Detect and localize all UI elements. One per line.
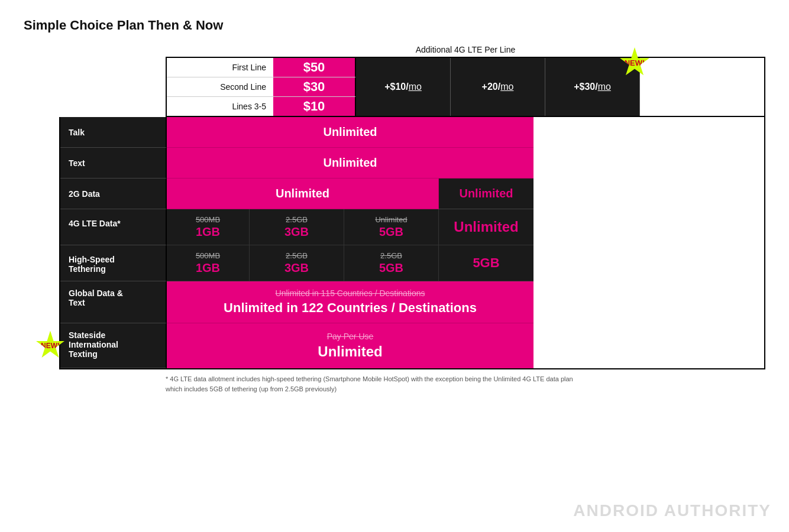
top-section: Additional 4G LTE Per Line First Line $5…	[166, 45, 765, 117]
page-title: Simple Choice Plan Then & Now	[24, 18, 765, 33]
4g-cell3: Unlimited 5GB	[344, 209, 439, 245]
4g-cell1: 500MB 1GB	[167, 209, 250, 245]
tether-cell3: 2.5GB 5GB	[344, 245, 439, 281]
lines35-label: Lines 3-5	[167, 97, 273, 116]
global-value: Unlimited in 115 Countries / Destination…	[167, 281, 533, 323]
2g-label: 2G Data	[60, 179, 167, 209]
tether-cell2-new: 3GB	[284, 261, 309, 275]
4g-cell3-old: Unlimited	[375, 215, 407, 224]
tether-cell1-new: 1GB	[196, 261, 220, 275]
tether-cell1: 500MB 1GB	[167, 245, 250, 281]
tether-cell3-old: 2.5GB	[380, 251, 402, 260]
tethering-label: High-SpeedTethering	[60, 245, 167, 281]
lines35-price: $10	[273, 97, 356, 116]
tether-cell1-old: 500MB	[196, 251, 220, 260]
tether-cell2: 2.5GB 3GB	[250, 245, 344, 281]
global-old: Unlimited in 115 Countries / Destination…	[276, 288, 425, 298]
4g-cell1-old: 500MB	[196, 215, 220, 224]
global-label: Global Data &Text	[60, 281, 167, 323]
tether-cell4-val: 5GB	[473, 255, 499, 271]
4g-cell2-new: 3GB	[284, 225, 309, 239]
tether-cell4: 5GB	[439, 245, 533, 281]
text-value: Unlimited	[167, 148, 533, 179]
col2-dark: +$10/mo	[356, 58, 451, 116]
2g-dark: Unlimited	[439, 179, 533, 209]
footnote: * 4G LTE data allotment includes high-sp…	[166, 374, 580, 394]
main-table: Talk Unlimited Text Unlimited 2G Data Un…	[59, 117, 765, 369]
stateside-label: NEW! StatesideInternationalTexting	[60, 323, 167, 368]
col4-dark: +$30/mo NEW!	[545, 58, 640, 116]
second-line-price: $30	[273, 77, 356, 97]
talk-value: Unlimited	[167, 117, 533, 148]
col3-value: +20/mo	[482, 82, 514, 92]
stateside-new: Unlimited	[318, 343, 382, 360]
4g-cell4-val: Unlimited	[454, 219, 518, 235]
tether-cell2-old: 2.5GB	[286, 251, 308, 260]
main-container: Additional 4G LTE Per Line First Line $5…	[59, 45, 765, 394]
new-badge-left: NEW!	[35, 331, 65, 361]
4g-cell3-new: 5GB	[379, 225, 403, 239]
global-new: Unlimited in 122 Countries / Destination…	[224, 300, 477, 316]
col2-value: +$10/mo	[384, 82, 422, 92]
4g-cell2: 2.5GB 3GB	[250, 209, 344, 245]
talk-label: Talk	[60, 117, 167, 148]
4g-label: 4G LTE Data*	[60, 209, 167, 245]
2g-value: Unlimited	[167, 179, 439, 209]
additional-label: Additional 4G LTE Per Line	[166, 45, 765, 54]
col4-value: +$30/mo	[574, 82, 611, 92]
stateside-value: Pay Per Use Unlimited	[167, 323, 533, 368]
first-line-label: First Line	[167, 58, 273, 77]
top-grid: First Line $50 +$10/mo +20/mo +$30/mo NE…	[166, 57, 765, 117]
first-line-price: $50	[273, 58, 356, 77]
second-line-label: Second Line	[167, 77, 273, 97]
stateside-old: Pay Per Use	[327, 332, 374, 341]
text-label: Text	[60, 148, 167, 179]
col3-dark: +20/mo	[451, 58, 545, 116]
watermark: ANDROID AUTHORITY	[573, 501, 771, 520]
4g-cell4: Unlimited	[439, 209, 533, 245]
4g-cell1-new: 1GB	[196, 225, 220, 239]
4g-cell2-old: 2.5GB	[286, 215, 308, 224]
tether-cell3-new: 5GB	[379, 261, 403, 275]
